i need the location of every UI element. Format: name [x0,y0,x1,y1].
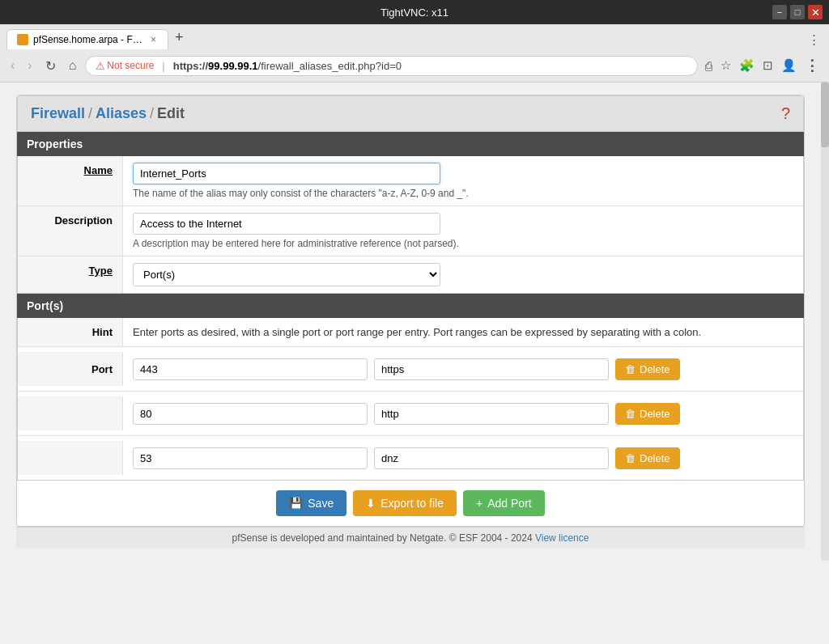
footer: pfSense is developed and maintained by N… [16,527,805,549]
close-button[interactable]: ✕ [808,5,823,19]
export-icon: ⬇ [366,497,376,510]
titlebar-title: TightVNC: x11 [380,6,449,19]
port-inputs-2: 🗑 Delete [123,403,793,425]
breadcrumb-edit: Edit [157,105,185,122]
address-bar: ‹ › ↻ ⌂ ⚠ Not secure | https://99.99.99.… [0,49,829,82]
url-bar[interactable]: ⚠ Not secure | https://99.99.99.1/firewa… [85,56,698,76]
add-port-label: Add Port [487,497,531,510]
footer-licence-link[interactable]: View licence [535,532,589,544]
page-header: Firewall / Aliases / Edit ? [17,95,804,132]
url-text: https://99.99.99.1/firewall_aliases_edit… [173,60,402,72]
hint-label: Hint [18,318,123,346]
breadcrumb: Firewall / Aliases / Edit [31,105,185,122]
port-number-input-2[interactable] [133,403,368,425]
delete-label-1: Delete [640,363,670,375]
properties-form: Name The name of the alias may only cons… [17,156,804,294]
trash-icon-1: 🗑 [625,363,636,375]
port-label-2 [18,396,123,430]
warning-icon: ⚠ [96,60,105,72]
bookmark-button[interactable]: ☆ [718,56,733,75]
minimize-button[interactable]: − [772,5,787,19]
name-row: Name The name of the alias may only cons… [18,156,803,206]
active-tab[interactable]: pfSense.home.arpa - Firewall: Ali... × [6,29,168,49]
description-field: A description may be entered here for ad… [123,206,803,256]
scrollbar-thumb[interactable] [821,83,829,147]
back-button[interactable]: ‹ [6,57,19,74]
properties-section-header: Properties [17,132,804,156]
name-input[interactable] [133,163,440,184]
new-tab-button[interactable]: + [170,29,189,49]
port-inputs-1: 🗑 Delete [123,358,793,380]
add-port-button[interactable]: + Add Port [463,490,545,516]
content-area: Firewall / Aliases / Edit ? Properties N… [0,83,821,561]
port-row-3: 🗑 Delete [18,436,803,480]
description-help: A description may be entered here for ad… [133,238,793,249]
ports-section: Hint Enter ports as desired, with a sing… [17,318,804,481]
type-select[interactable]: Port(s) Host(s) Network(s) [133,263,440,286]
ports-section-header: Port(s) [17,294,804,318]
reload-button[interactable]: ↻ [41,57,60,75]
export-button[interactable]: ⬇ Export to file [353,490,457,516]
url-scheme: https:// [173,60,208,72]
delete-button-2[interactable]: 🗑 Delete [615,403,680,425]
save-icon: 💾 [289,497,303,510]
port-row-2: 🗑 Delete [18,392,803,436]
hint-text: Enter ports as desired, with a single po… [123,318,803,346]
save-label: Save [308,497,334,510]
trash-icon-2: 🗑 [625,408,636,420]
help-button[interactable]: ? [781,104,790,123]
port-number-input-1[interactable] [133,358,368,380]
url-path: /firewall_aliases_edit.php?id=0 [258,60,402,72]
maximize-button[interactable]: □ [790,5,805,19]
extension-button[interactable]: 🧩 [737,56,757,75]
save-button[interactable]: 💾 Save [276,490,346,516]
delete-button-1[interactable]: 🗑 Delete [615,358,680,380]
name-help: The name of the alias may only consist o… [133,188,793,199]
port-desc-input-2[interactable] [374,403,609,425]
breadcrumb-sep1: / [88,105,92,122]
url-host: 99.99.99.1 [208,60,257,72]
tab-bar: pfSense.home.arpa - Firewall: Ali... × +… [0,24,829,49]
port-row-1: Port 🗑 Delete [18,347,803,392]
type-field: Port(s) Host(s) Network(s) [123,256,803,293]
tab-favicon [17,34,28,45]
breadcrumb-aliases[interactable]: Aliases [96,105,147,122]
port-number-input-3[interactable] [133,447,368,469]
breadcrumb-sep2: / [150,105,154,122]
description-label: Description [18,206,123,256]
port-desc-input-3[interactable] [374,447,609,469]
type-label: Type [18,256,123,293]
port-label-3 [18,441,123,475]
share-button[interactable]: ⎙ [703,57,715,75]
add-icon: + [476,497,483,510]
delete-button-3[interactable]: 🗑 Delete [615,447,680,469]
home-button[interactable]: ⌂ [65,57,81,74]
port-desc-input-1[interactable] [374,358,609,380]
port-inputs-3: 🗑 Delete [123,447,793,469]
browser-menu-button[interactable]: ⋮ [806,30,823,49]
main-card: Firewall / Aliases / Edit ? Properties N… [16,95,805,527]
address-actions: ⎙ ☆ 🧩 ⊡ 👤 ⋮ [703,54,823,77]
trash-icon-3: 🗑 [625,452,636,464]
more-options-button[interactable]: ⋮ [802,54,823,77]
titlebar: TightVNC: x11 − □ ✕ [0,0,829,24]
split-view-button[interactable]: ⊡ [760,56,776,75]
export-label: Export to file [380,497,444,510]
name-field: The name of the alias may only consist o… [123,156,803,205]
scrollbar[interactable] [821,83,829,561]
type-row: Type Port(s) Host(s) Network(s) [18,256,803,293]
tab-close-button[interactable]: × [149,34,158,45]
hint-row: Hint Enter ports as desired, with a sing… [18,318,803,347]
breadcrumb-firewall[interactable]: Firewall [31,105,85,122]
not-secure-indicator: ⚠ Not secure [96,60,154,72]
name-label: Name [18,156,123,205]
profile-button[interactable]: 👤 [779,56,799,75]
not-secure-label: Not secure [107,60,154,71]
delete-label-3: Delete [640,452,670,464]
description-row: Description A description may be entered… [18,206,803,256]
description-input[interactable] [133,213,440,235]
footer-text: pfSense is developed and maintained by N… [232,532,533,544]
tab-title: pfSense.home.arpa - Firewall: Ali... [33,34,144,45]
forward-button[interactable]: › [23,57,36,74]
titlebar-controls: − □ ✕ [772,5,823,19]
